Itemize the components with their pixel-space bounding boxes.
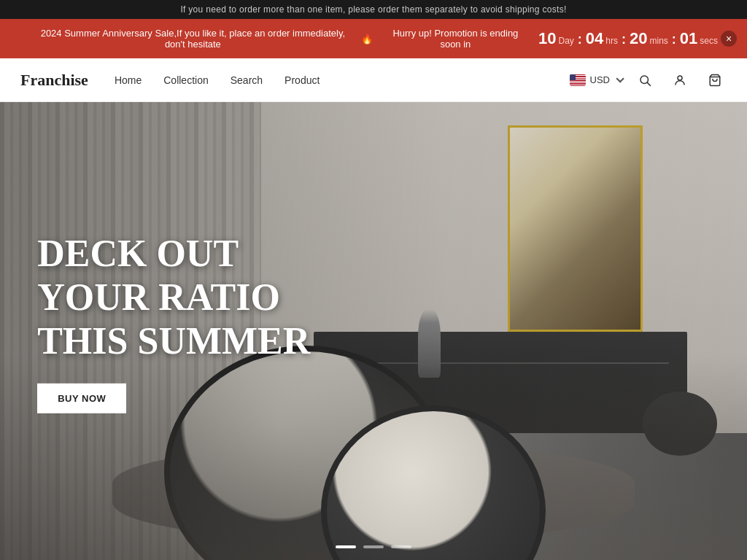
- promo-close-button[interactable]: ×: [721, 31, 737, 47]
- promo-fire-emoji: 🔥: [361, 34, 373, 44]
- countdown-sep1: :: [578, 32, 582, 47]
- main-nav: Franchise Home Collection Search Product…: [0, 58, 747, 102]
- promo-bar: 2024 Summer Anniversary Sale,If you like…: [0, 19, 747, 58]
- nav-links: Home Collection Search Product: [115, 74, 570, 86]
- hero-cta-button[interactable]: BUY NOW: [37, 384, 126, 413]
- us-flag-icon: [570, 74, 586, 86]
- top-info-bar: If you need to order more than one item,…: [0, 0, 747, 19]
- promo-text-after: Hurry up! Promotion is ending soon in: [384, 28, 527, 50]
- site-logo[interactable]: Franchise: [20, 71, 88, 90]
- countdown-days: 10: [538, 29, 556, 48]
- nav-link-search[interactable]: Search: [231, 74, 263, 86]
- countdown-days-label: Day: [559, 36, 574, 46]
- promo-countdown: 10 Day : 04 hrs : 20 mins : 01 secs: [538, 29, 718, 48]
- slide-dot-2[interactable]: [363, 545, 384, 548]
- nav-link-product[interactable]: Product: [285, 74, 320, 86]
- nav-link-home[interactable]: Home: [115, 74, 142, 86]
- currency-chevron-icon: [616, 74, 624, 82]
- hero-headline: DECK OUT YOUR RATIO THIS SUMMER: [37, 232, 314, 362]
- slide-dots: [336, 545, 411, 548]
- svg-line-1: [647, 82, 650, 85]
- nav-right: USD: [570, 69, 727, 92]
- countdown-seconds: 01: [680, 29, 697, 48]
- cart-icon: [708, 74, 721, 87]
- currency-label: USD: [590, 74, 610, 85]
- countdown-sep3: :: [672, 32, 676, 47]
- hero-section: DECK OUT YOUR RATIO THIS SUMMER BUY NOW: [0, 102, 747, 560]
- countdown-sep2: :: [622, 32, 626, 47]
- promo-text-before: 2024 Summer Anniversary Sale,If you like…: [29, 28, 357, 50]
- top-bar-message: If you need to order more than one item,…: [180, 4, 566, 15]
- search-icon: [638, 74, 651, 87]
- cart-button[interactable]: [703, 69, 727, 92]
- slide-dot-1[interactable]: [336, 545, 356, 548]
- countdown-hours-label: hrs: [605, 36, 618, 46]
- countdown-hours: 04: [586, 29, 603, 48]
- user-icon: [673, 74, 686, 87]
- countdown-seconds-label: secs: [700, 36, 718, 46]
- countdown-minutes: 20: [630, 29, 647, 48]
- search-button[interactable]: [633, 69, 657, 92]
- nav-link-collection[interactable]: Collection: [163, 74, 208, 86]
- countdown-minutes-label: mins: [649, 36, 667, 46]
- hero-text-block: DECK OUT YOUR RATIO THIS SUMMER BUY NOW: [37, 232, 314, 413]
- account-button[interactable]: [668, 69, 692, 92]
- svg-point-2: [678, 76, 682, 80]
- currency-selector[interactable]: USD: [570, 74, 622, 86]
- slide-dot-3[interactable]: [391, 545, 411, 548]
